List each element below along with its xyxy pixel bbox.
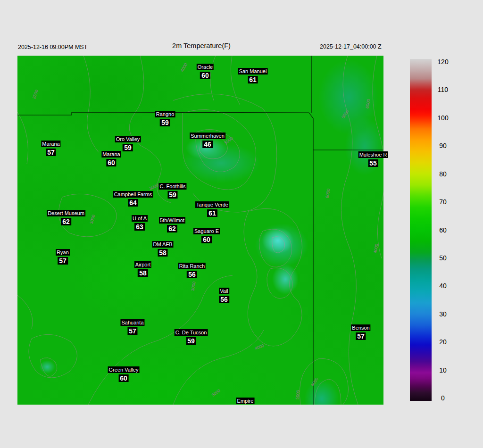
station-temperature-value: 57 [127,327,138,335]
colorbar-gradient [410,59,432,401]
station-sahuarita: Sahuarita57 [120,319,144,335]
contour-elevation-label: 4000 [373,243,379,253]
station-marana: Marana57 [41,141,60,156]
station-name-label: Sahuarita [120,319,144,326]
station-benson: Benson57 [351,324,370,340]
colorbar-tick-label: 20 [439,338,447,346]
contour-elevation-label: 5000 [295,390,300,400]
colorbar-tick-label: 70 [439,198,447,206]
station-temperature-value: 62 [167,225,177,232]
station-name-label: San Manuel [238,68,268,75]
station-temperature-value: 60 [106,159,117,166]
map-canvas: Oracle60San Manuel61Rangno59Summerhaven4… [17,56,383,405]
station-name-label: Marana [101,151,121,158]
station-temperature-value: 55 [368,159,378,167]
colorbar-tick-label: 120 [437,58,448,66]
station-temperature-value: 61 [248,76,258,83]
station-temperature-value: 58 [158,249,168,257]
contour-elevation-label: 2500 [32,89,39,100]
station-name-label: C. Foothills [158,183,186,190]
station-green-valley: Green Valley60 [108,366,140,382]
contour-elevation-label: 6000 [325,188,331,198]
station-u-of-a: U of A63 [132,215,148,231]
colorbar-tick-label: 90 [439,142,447,149]
colorbar-tick-label: 80 [439,170,447,178]
station-san-manuel: San Manuel61 [238,68,268,83]
station-temperature-value: 63 [134,223,145,231]
station-temperature-value: 59 [160,119,170,126]
stage: 2025-12-16 09:00PM MST 2m Temperature(F)… [0,0,483,448]
station-oro-valley: Oro Valley59 [115,136,141,151]
station-name-label: Rangno [155,111,175,117]
station-temperature-value: 58 [138,269,148,277]
valid-time-utc: 2025-12-17_04:00:00 Z [320,43,382,50]
contour-elevation-label: 4000 [180,62,189,73]
station-c-de-tucson: C. De Tucson59 [175,329,208,345]
page-title: 2m Temperature(F) [172,42,231,50]
colorbar-tick-label: 10 [439,366,447,374]
station-temperature-value: 59 [167,191,178,199]
station-muleshoe-r: Muleshoe R55 [358,151,388,167]
station-temperature-value: 57 [356,332,366,340]
contour-elevation-label: 5000 [211,388,221,398]
station-name-label: 5th/Wilmot [159,217,185,224]
station-vail: Vail56 [219,288,229,303]
station-name-label: Summerhaven [190,133,225,139]
station-name-label: Green Valley [108,366,140,373]
station-name-label: Muleshoe R [358,151,388,158]
station-dm-afb: DM AFB58 [152,241,174,257]
station-ryan: Ryan57 [56,249,70,265]
station-temperature-value: 46 [202,141,213,148]
station-temperature-value: 59 [186,337,196,345]
station-airport: Airport58 [134,261,151,277]
station-temperature-value: 56 [187,271,197,278]
station-name-label: Saguaro E [193,228,220,234]
station-name-label: Oracle [197,64,214,70]
station-desert-museum: Desert Museum62 [47,210,85,225]
station-name-label: Airport [134,261,151,268]
station-name-label: Marana [41,141,60,147]
station-temperature-value: 60 [200,72,210,79]
station-saguaro-e: Saguaro E60 [193,228,220,243]
station-summerhaven: Summerhaven46 [190,133,225,148]
station-temperature-value: 62 [61,218,71,225]
colorbar-tick-label: 110 [438,86,448,93]
station-temperature-value: 60 [118,374,129,382]
station-name-label: Oro Valley [115,136,141,142]
station-5th-wilmot: 5th/Wilmot62 [159,217,185,232]
station-temperature-value: 61 [207,209,217,217]
contour-elevation-label: 5000 [341,109,350,119]
station-name-label: Rita Ranch [178,263,206,269]
station-name-label: Desert Museum [47,210,85,216]
contour-elevation-label: 6000 [365,99,371,108]
colorbar-tick-label: 60 [439,226,447,234]
station-oracle: Oracle60 [197,64,214,79]
station-name-label: Tanque Verde [195,201,229,208]
station-rita-ranch: Rita Ranch56 [178,263,206,278]
contour-elevation-label: 3000 [149,183,159,191]
colorbar-tick-label: 40 [439,282,447,290]
station-temperature-value: 59 [123,144,133,151]
valid-time-local: 2025-12-16 09:00PM MST [18,44,87,50]
colorbar-tick-label: 0 [441,394,445,402]
contour-elevation-label: 6000 [310,377,319,387]
station-c-foothills: C. Foothills59 [158,183,186,199]
station-empire: Empire [236,398,255,404]
station-name-label: DM AFB [152,241,174,248]
station-name-label: Campbell Farms [113,191,153,198]
colorbar-tick-label: 50 [439,254,447,262]
station-name-label: Benson [351,324,370,331]
station-name-label: Ryan [56,249,70,256]
station-rangno: Rangno59 [155,111,175,126]
station-name-label: Vail [219,288,229,294]
colorbar-tick-label: 30 [439,310,447,318]
station-name-label: U of A [132,215,148,222]
station-marana: Marana60 [101,151,121,166]
station-name-label: Empire [236,398,255,404]
station-temperature-value: 60 [201,236,212,243]
station-temperature-value: 56 [219,296,229,303]
station-campbell-farms: Campbell Farms64 [113,191,153,207]
station-name-label: C. De Tucson [175,329,208,336]
station-temperature-value: 57 [58,257,68,265]
colorbar-tick-label: 100 [437,114,448,122]
